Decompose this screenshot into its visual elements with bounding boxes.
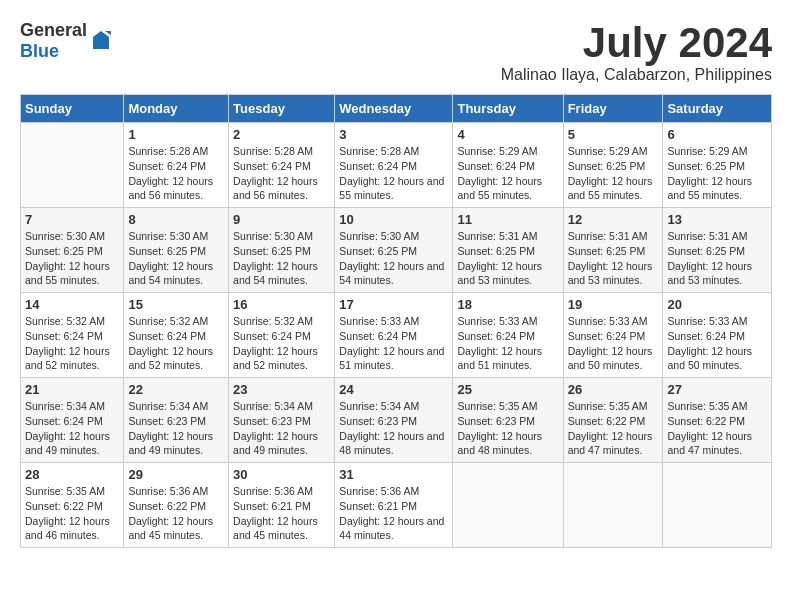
calendar-cell: 1 Sunrise: 5:28 AMSunset: 6:24 PMDayligh… xyxy=(124,123,229,208)
header-day-tuesday: Tuesday xyxy=(229,95,335,123)
day-info: Sunrise: 5:33 AMSunset: 6:24 PMDaylight:… xyxy=(667,315,752,371)
calendar-cell: 6 Sunrise: 5:29 AMSunset: 6:25 PMDayligh… xyxy=(663,123,772,208)
day-info: Sunrise: 5:32 AMSunset: 6:24 PMDaylight:… xyxy=(25,315,110,371)
calendar-cell: 10 Sunrise: 5:30 AMSunset: 6:25 PMDaylig… xyxy=(335,208,453,293)
day-info: Sunrise: 5:31 AMSunset: 6:25 PMDaylight:… xyxy=(568,230,653,286)
day-number: 9 xyxy=(233,212,330,227)
day-number: 20 xyxy=(667,297,767,312)
day-info: Sunrise: 5:35 AMSunset: 6:22 PMDaylight:… xyxy=(25,485,110,541)
week-row-2: 7 Sunrise: 5:30 AMSunset: 6:25 PMDayligh… xyxy=(21,208,772,293)
day-number: 1 xyxy=(128,127,224,142)
calendar-cell: 30 Sunrise: 5:36 AMSunset: 6:21 PMDaylig… xyxy=(229,463,335,548)
week-row-3: 14 Sunrise: 5:32 AMSunset: 6:24 PMDaylig… xyxy=(21,293,772,378)
day-number: 26 xyxy=(568,382,659,397)
header-day-saturday: Saturday xyxy=(663,95,772,123)
day-number: 19 xyxy=(568,297,659,312)
day-number: 10 xyxy=(339,212,448,227)
day-info: Sunrise: 5:32 AMSunset: 6:24 PMDaylight:… xyxy=(128,315,213,371)
calendar-cell: 18 Sunrise: 5:33 AMSunset: 6:24 PMDaylig… xyxy=(453,293,563,378)
calendar-cell: 22 Sunrise: 5:34 AMSunset: 6:23 PMDaylig… xyxy=(124,378,229,463)
header-day-wednesday: Wednesday xyxy=(335,95,453,123)
logo: General Blue xyxy=(20,20,113,62)
day-info: Sunrise: 5:28 AMSunset: 6:24 PMDaylight:… xyxy=(128,145,213,201)
calendar-cell: 23 Sunrise: 5:34 AMSunset: 6:23 PMDaylig… xyxy=(229,378,335,463)
day-number: 29 xyxy=(128,467,224,482)
logo-blue: Blue xyxy=(20,41,59,61)
day-number: 14 xyxy=(25,297,119,312)
calendar-cell: 11 Sunrise: 5:31 AMSunset: 6:25 PMDaylig… xyxy=(453,208,563,293)
day-info: Sunrise: 5:35 AMSunset: 6:22 PMDaylight:… xyxy=(568,400,653,456)
calendar-cell: 20 Sunrise: 5:33 AMSunset: 6:24 PMDaylig… xyxy=(663,293,772,378)
day-info: Sunrise: 5:29 AMSunset: 6:24 PMDaylight:… xyxy=(457,145,542,201)
day-info: Sunrise: 5:36 AMSunset: 6:22 PMDaylight:… xyxy=(128,485,213,541)
day-info: Sunrise: 5:31 AMSunset: 6:25 PMDaylight:… xyxy=(667,230,752,286)
day-number: 5 xyxy=(568,127,659,142)
calendar-cell: 29 Sunrise: 5:36 AMSunset: 6:22 PMDaylig… xyxy=(124,463,229,548)
day-info: Sunrise: 5:34 AMSunset: 6:23 PMDaylight:… xyxy=(339,400,444,456)
calendar-cell: 19 Sunrise: 5:33 AMSunset: 6:24 PMDaylig… xyxy=(563,293,663,378)
calendar-cell: 12 Sunrise: 5:31 AMSunset: 6:25 PMDaylig… xyxy=(563,208,663,293)
header-day-thursday: Thursday xyxy=(453,95,563,123)
day-number: 15 xyxy=(128,297,224,312)
week-row-1: 1 Sunrise: 5:28 AMSunset: 6:24 PMDayligh… xyxy=(21,123,772,208)
day-number: 31 xyxy=(339,467,448,482)
calendar-cell: 16 Sunrise: 5:32 AMSunset: 6:24 PMDaylig… xyxy=(229,293,335,378)
day-number: 17 xyxy=(339,297,448,312)
header-day-sunday: Sunday xyxy=(21,95,124,123)
calendar-cell: 3 Sunrise: 5:28 AMSunset: 6:24 PMDayligh… xyxy=(335,123,453,208)
day-number: 23 xyxy=(233,382,330,397)
month-title: July 2024 xyxy=(501,20,772,66)
day-number: 4 xyxy=(457,127,558,142)
calendar-cell xyxy=(563,463,663,548)
calendar-cell xyxy=(663,463,772,548)
calendar-cell: 2 Sunrise: 5:28 AMSunset: 6:24 PMDayligh… xyxy=(229,123,335,208)
day-info: Sunrise: 5:35 AMSunset: 6:22 PMDaylight:… xyxy=(667,400,752,456)
calendar-cell: 26 Sunrise: 5:35 AMSunset: 6:22 PMDaylig… xyxy=(563,378,663,463)
calendar-cell xyxy=(453,463,563,548)
day-number: 21 xyxy=(25,382,119,397)
calendar-cell: 5 Sunrise: 5:29 AMSunset: 6:25 PMDayligh… xyxy=(563,123,663,208)
calendar-cell: 17 Sunrise: 5:33 AMSunset: 6:24 PMDaylig… xyxy=(335,293,453,378)
day-number: 30 xyxy=(233,467,330,482)
header-day-friday: Friday xyxy=(563,95,663,123)
day-number: 12 xyxy=(568,212,659,227)
calendar-cell: 24 Sunrise: 5:34 AMSunset: 6:23 PMDaylig… xyxy=(335,378,453,463)
day-info: Sunrise: 5:33 AMSunset: 6:24 PMDaylight:… xyxy=(457,315,542,371)
day-info: Sunrise: 5:33 AMSunset: 6:24 PMDaylight:… xyxy=(568,315,653,371)
calendar-cell: 13 Sunrise: 5:31 AMSunset: 6:25 PMDaylig… xyxy=(663,208,772,293)
calendar-cell: 28 Sunrise: 5:35 AMSunset: 6:22 PMDaylig… xyxy=(21,463,124,548)
day-number: 18 xyxy=(457,297,558,312)
day-info: Sunrise: 5:36 AMSunset: 6:21 PMDaylight:… xyxy=(233,485,318,541)
page-header: General Blue July 2024 Malinao Ilaya, Ca… xyxy=(20,20,772,84)
day-number: 2 xyxy=(233,127,330,142)
calendar-table: SundayMondayTuesdayWednesdayThursdayFrid… xyxy=(20,94,772,548)
calendar-cell: 8 Sunrise: 5:30 AMSunset: 6:25 PMDayligh… xyxy=(124,208,229,293)
day-number: 27 xyxy=(667,382,767,397)
logo-general: General xyxy=(20,20,87,40)
day-number: 8 xyxy=(128,212,224,227)
day-number: 11 xyxy=(457,212,558,227)
day-info: Sunrise: 5:28 AMSunset: 6:24 PMDaylight:… xyxy=(233,145,318,201)
day-info: Sunrise: 5:30 AMSunset: 6:25 PMDaylight:… xyxy=(25,230,110,286)
calendar-cell: 9 Sunrise: 5:30 AMSunset: 6:25 PMDayligh… xyxy=(229,208,335,293)
day-number: 22 xyxy=(128,382,224,397)
day-info: Sunrise: 5:34 AMSunset: 6:23 PMDaylight:… xyxy=(128,400,213,456)
day-info: Sunrise: 5:28 AMSunset: 6:24 PMDaylight:… xyxy=(339,145,444,201)
day-info: Sunrise: 5:34 AMSunset: 6:23 PMDaylight:… xyxy=(233,400,318,456)
day-info: Sunrise: 5:29 AMSunset: 6:25 PMDaylight:… xyxy=(568,145,653,201)
calendar-cell: 27 Sunrise: 5:35 AMSunset: 6:22 PMDaylig… xyxy=(663,378,772,463)
calendar-cell: 4 Sunrise: 5:29 AMSunset: 6:24 PMDayligh… xyxy=(453,123,563,208)
day-number: 25 xyxy=(457,382,558,397)
day-number: 6 xyxy=(667,127,767,142)
week-row-5: 28 Sunrise: 5:35 AMSunset: 6:22 PMDaylig… xyxy=(21,463,772,548)
calendar-cell: 15 Sunrise: 5:32 AMSunset: 6:24 PMDaylig… xyxy=(124,293,229,378)
day-info: Sunrise: 5:31 AMSunset: 6:25 PMDaylight:… xyxy=(457,230,542,286)
day-number: 3 xyxy=(339,127,448,142)
day-info: Sunrise: 5:30 AMSunset: 6:25 PMDaylight:… xyxy=(233,230,318,286)
day-number: 13 xyxy=(667,212,767,227)
title-area: July 2024 Malinao Ilaya, Calabarzon, Phi… xyxy=(501,20,772,84)
day-info: Sunrise: 5:36 AMSunset: 6:21 PMDaylight:… xyxy=(339,485,444,541)
subtitle: Malinao Ilaya, Calabarzon, Philippines xyxy=(501,66,772,84)
day-info: Sunrise: 5:35 AMSunset: 6:23 PMDaylight:… xyxy=(457,400,542,456)
calendar-cell xyxy=(21,123,124,208)
